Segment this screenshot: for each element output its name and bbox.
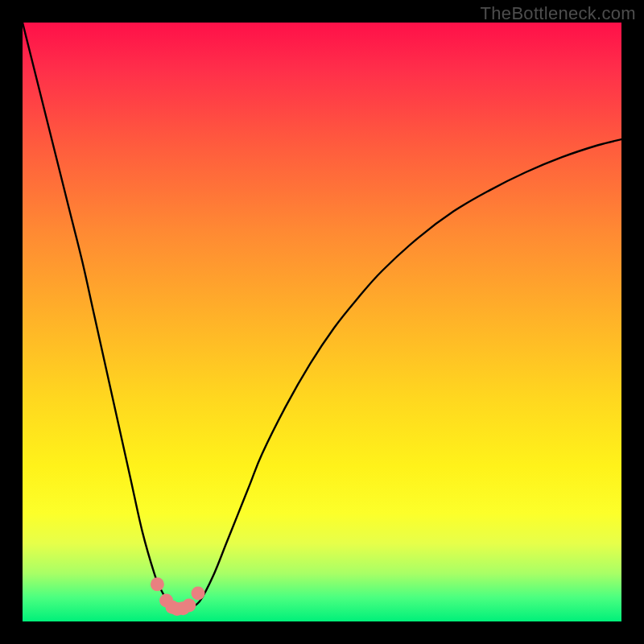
- minimum-marker: [151, 577, 164, 591]
- chart-frame: TheBottleneck.com: [0, 0, 644, 644]
- curve-layer: [23, 23, 621, 621]
- plot-area: [23, 23, 621, 621]
- minimum-markers: [151, 577, 205, 616]
- bottleneck-curve-path: [23, 23, 621, 609]
- bottleneck-curve: [23, 23, 621, 609]
- watermark-label: TheBottleneck.com: [481, 3, 636, 24]
- minimum-marker: [182, 598, 196, 612]
- minimum-marker: [191, 587, 204, 601]
